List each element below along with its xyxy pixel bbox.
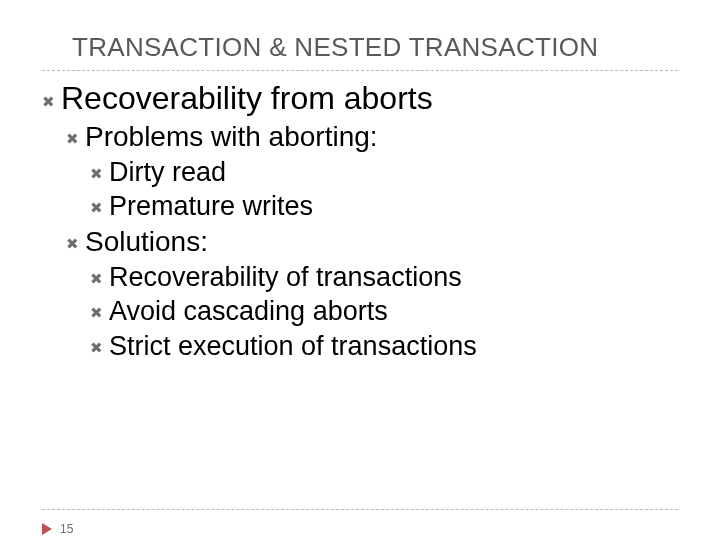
bullet-l2: ✖ Problems with aborting: — [66, 119, 678, 155]
arrow-icon — [42, 523, 52, 535]
page-number: 15 — [60, 522, 73, 536]
cross-icon: ✖ — [90, 305, 103, 320]
cross-icon: ✖ — [66, 236, 79, 251]
cross-icon: ✖ — [42, 94, 55, 109]
bullet-l1: ✖ Recoverability from aborts — [42, 78, 678, 119]
bullet-text: Recoverability from aborts — [61, 78, 433, 119]
bullet-l3: ✖ Premature writes — [90, 189, 678, 224]
cross-icon: ✖ — [66, 131, 79, 146]
slide-title: TRANSACTION & NESTED TRANSACTION — [72, 32, 678, 63]
bullet-text: Problems with aborting: — [85, 119, 378, 155]
bullet-l2: ✖ Solutions: — [66, 224, 678, 260]
bullet-text: Recoverability of transactions — [109, 260, 462, 295]
bullet-l3: ✖ Avoid cascading aborts — [90, 294, 678, 329]
divider-bottom — [42, 509, 678, 510]
cross-icon: ✖ — [90, 270, 103, 285]
bullet-text: Strict execution of transactions — [109, 329, 477, 364]
divider-top — [42, 70, 678, 71]
cross-icon: ✖ — [90, 339, 103, 354]
bullet-text: Solutions: — [85, 224, 208, 260]
bullet-l3: ✖ Strict execution of transactions — [90, 329, 678, 364]
bullet-text: Avoid cascading aborts — [109, 294, 388, 329]
slide-footer: 15 — [42, 522, 73, 536]
bullet-l3: ✖ Recoverability of transactions — [90, 260, 678, 295]
cross-icon: ✖ — [90, 165, 103, 180]
bullet-text: Dirty read — [109, 155, 226, 190]
bullet-text: Premature writes — [109, 189, 313, 224]
slide: TRANSACTION & NESTED TRANSACTION ✖ Recov… — [0, 0, 720, 540]
slide-body: ✖ Recoverability from aborts ✖ Problems … — [42, 78, 678, 363]
bullet-l3: ✖ Dirty read — [90, 155, 678, 190]
cross-icon: ✖ — [90, 200, 103, 215]
